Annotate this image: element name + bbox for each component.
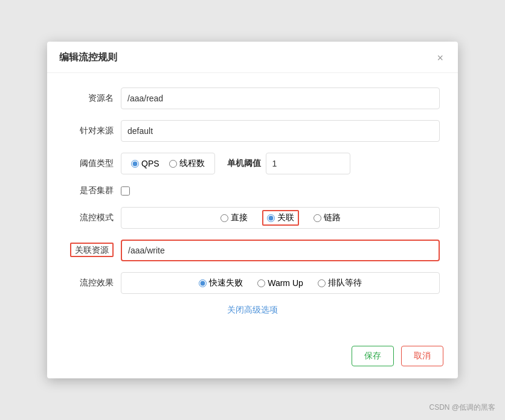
flow-effect-row: 流控效果 快速失败 Warm Up 排队等待	[65, 272, 440, 294]
cluster-label: 是否集群	[65, 185, 114, 196]
queue-radio[interactable]	[318, 279, 326, 287]
threshold-section: QPS 线程数 单机阈值	[121, 153, 440, 174]
related-resource-label-wrapper: 关联资源	[65, 245, 114, 256]
flow-mode-label: 流控模式	[65, 212, 114, 223]
warm-up-label: Warm Up	[268, 278, 303, 288]
chain-label: 链路	[324, 212, 341, 223]
dialog-title: 编辑流控规则	[59, 51, 117, 64]
flow-effect-label: 流控效果	[65, 278, 114, 288]
save-button[interactable]: 保存	[352, 346, 394, 366]
fast-fail-radio[interactable]	[199, 279, 207, 287]
dialog-overlay: 编辑流控规则 × 资源名 针对来源 阈值类型	[0, 0, 505, 420]
related-input-wrapper	[121, 240, 440, 261]
direct-label: 直接	[231, 212, 248, 223]
flow-mode-box: 直接 关联 链路	[121, 207, 440, 229]
cluster-checkbox[interactable]	[121, 186, 130, 196]
flow-mode-row: 流控模式 直接 关联 链路	[65, 207, 440, 229]
cluster-row: 是否集群	[65, 185, 440, 196]
related-resource-row: 关联资源	[65, 240, 440, 261]
chain-radio[interactable]	[314, 214, 321, 222]
threshold-type-label: 阈值类型	[65, 158, 114, 169]
threads-radio[interactable]	[169, 160, 177, 168]
warm-up-radio[interactable]	[257, 279, 265, 287]
related-resource-label: 关联资源	[70, 243, 114, 257]
fast-fail-radio-item[interactable]: 快速失败	[199, 278, 243, 288]
dialog-footer: 保存 取消	[47, 340, 458, 378]
source-label: 针对来源	[65, 126, 114, 136]
threshold-radio-group: QPS 线程数	[121, 153, 215, 174]
resource-name-row: 资源名	[65, 88, 440, 109]
queue-label: 排队等待	[328, 278, 362, 288]
resource-name-label: 资源名	[65, 93, 114, 104]
advanced-link[interactable]: 关闭高级选项	[227, 305, 278, 314]
advanced-link-section: 关闭高级选项	[65, 305, 440, 316]
dialog: 编辑流控规则 × 资源名 针对来源 阈值类型	[47, 42, 458, 378]
associated-label: 关联	[277, 212, 294, 223]
close-button[interactable]: ×	[434, 52, 446, 63]
watermark: CSDN @低调的黑客	[429, 402, 495, 413]
associated-radio[interactable]	[267, 214, 275, 222]
chain-radio-item[interactable]: 链路	[314, 212, 341, 223]
resource-name-input[interactable]	[121, 88, 440, 109]
threads-radio-item[interactable]: 线程数	[169, 158, 205, 169]
qps-radio-item[interactable]: QPS	[131, 159, 159, 168]
warm-up-radio-item[interactable]: Warm Up	[257, 278, 303, 288]
single-threshold-input[interactable]	[266, 153, 350, 174]
related-resource-input[interactable]	[121, 240, 440, 261]
cluster-checkbox-item[interactable]	[121, 186, 130, 196]
dialog-body: 资源名 针对来源 阈值类型 QPS	[47, 73, 458, 340]
single-threshold-label: 单机阈值	[227, 158, 261, 169]
cancel-button[interactable]: 取消	[401, 346, 443, 366]
qps-label: QPS	[141, 159, 159, 168]
source-row: 针对来源	[65, 120, 440, 142]
source-input[interactable]	[121, 120, 440, 142]
fast-fail-label: 快速失败	[209, 278, 243, 288]
queue-radio-item[interactable]: 排队等待	[318, 278, 362, 288]
threshold-row: 阈值类型 QPS 线程数 单机阈值	[65, 153, 440, 174]
direct-radio-item[interactable]: 直接	[220, 212, 248, 223]
qps-radio[interactable]	[131, 160, 139, 168]
effect-box: 快速失败 Warm Up 排队等待	[121, 272, 440, 294]
dialog-header: 编辑流控规则 ×	[47, 42, 458, 73]
associated-radio-item[interactable]: 关联	[262, 210, 299, 226]
direct-radio[interactable]	[220, 214, 228, 222]
threads-label: 线程数	[179, 158, 205, 169]
